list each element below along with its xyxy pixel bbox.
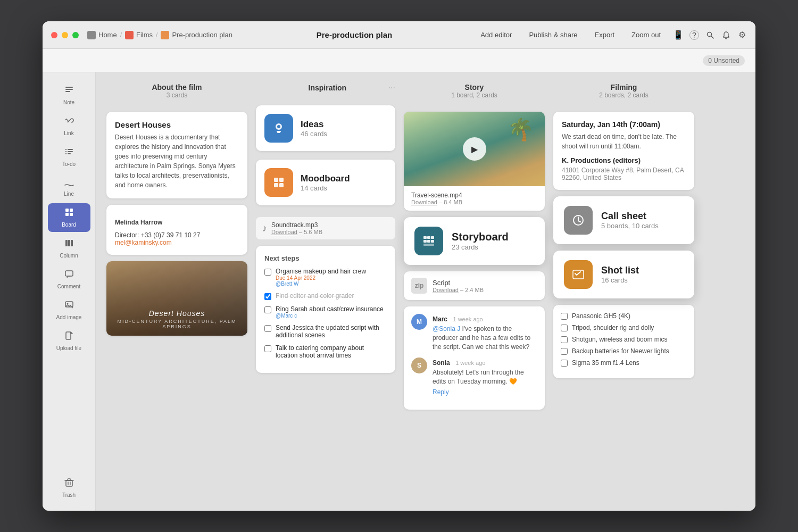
soundtrack-download[interactable]: Download – 5.6 MB: [271, 229, 322, 235]
sidebar-item-add-image[interactable]: Add image: [48, 296, 90, 325]
fullscreen-button[interactable]: [72, 32, 79, 38]
check-0[interactable]: [561, 313, 568, 320]
sidebar-label-column: Column: [60, 253, 78, 259]
sidebar-item-note[interactable]: Note: [48, 81, 90, 110]
check-2[interactable]: [561, 336, 568, 343]
video-download[interactable]: Download – 8.4 MB: [411, 199, 537, 205]
sidebar-item-column[interactable]: Column: [48, 234, 90, 263]
column-about-header: About the film 3 cards: [106, 83, 247, 99]
trash-icon: [64, 478, 74, 490]
contact-email[interactable]: mel@kaminsky.com: [115, 239, 239, 246]
play-button[interactable]: ▶: [463, 137, 486, 161]
titlebar: Home / Films / Pre-production plan Pre-p…: [43, 21, 755, 49]
callsheet-count: 5 boards, 10 cards: [601, 222, 659, 230]
column-about: About the film 3 cards Desert Houses Des…: [106, 83, 247, 500]
board-card-moodboard[interactable]: Moodboard 14 cards: [256, 160, 395, 205]
add-image-icon: [64, 300, 74, 312]
svg-rect-16: [68, 240, 70, 246]
todo-checkbox-1[interactable]: [264, 293, 271, 300]
svg-rect-2: [65, 87, 73, 88]
moodboard-count: 14 cards: [301, 184, 350, 192]
breadcrumb-sep-1: /: [120, 31, 122, 39]
breadcrumb-plan[interactable]: Pre-production plan: [161, 31, 232, 39]
search-icon[interactable]: [705, 30, 715, 40]
sidebar-label-upload-file: Upload file: [56, 345, 81, 351]
script-name: Script: [433, 279, 484, 287]
todo-checkbox-3[interactable]: [264, 325, 271, 332]
export-button[interactable]: Export: [591, 29, 619, 41]
check-1[interactable]: [561, 325, 568, 331]
todo-text-2: Ring Sarah about cast/crew insurance @Ma…: [276, 305, 384, 319]
reply-button[interactable]: Reply: [433, 388, 537, 396]
column-filming: Filming 2 boards, 2 cards Saturday, Jan …: [553, 83, 694, 500]
breadcrumb-home[interactable]: Home: [87, 31, 117, 39]
close-button[interactable]: [51, 32, 57, 38]
minimize-button[interactable]: [62, 32, 68, 38]
sidebar-item-line[interactable]: Line: [48, 173, 90, 201]
page-title: Pre-production plan: [232, 30, 476, 39]
board-card-storyboard[interactable]: Storyboard 23 cards: [404, 217, 545, 265]
comment-sonia: S Sonia 1 week ago Absolutely! Let's run…: [411, 358, 537, 396]
breadcrumb-films[interactable]: Films: [125, 31, 153, 39]
desert-houses-image: Desert Houses MID-CENTURY ARCHITECTURE, …: [106, 261, 247, 336]
check-4[interactable]: [561, 360, 568, 367]
sidebar-item-todo[interactable]: To-do: [48, 143, 90, 171]
breadcrumb-sep-2: /: [156, 31, 157, 39]
todo-checkbox-4[interactable]: [264, 345, 271, 352]
column-filming-header: Filming 2 boards, 2 cards: [553, 83, 694, 99]
svg-rect-15: [65, 240, 68, 246]
callsheet-icon: [564, 206, 593, 235]
sidebar-item-upload-file[interactable]: Upload file: [48, 327, 90, 355]
sidebar-item-comment[interactable]: Comment: [48, 265, 90, 294]
sidebar-label-add-image: Add image: [56, 314, 82, 320]
check-3[interactable]: [561, 348, 568, 355]
zoom-out-button[interactable]: Zoom out: [627, 29, 665, 41]
board-card-ideas[interactable]: Ideas 46 cards: [256, 105, 395, 151]
svg-rect-6: [68, 149, 73, 150]
add-editor-button[interactable]: Add editor: [476, 29, 516, 41]
sidebar-item-trash[interactable]: Trash: [48, 473, 90, 502]
inspiration-more-icon[interactable]: ···: [388, 83, 395, 93]
todo-item-1: Find editor and color grader: [264, 292, 387, 300]
svg-rect-13: [65, 213, 69, 216]
ideas-count: 46 cards: [301, 130, 327, 138]
sidebar-label-note: Note: [63, 99, 74, 105]
card-desert-houses-image: Desert Houses MID-CENTURY ARCHITECTURE, …: [106, 261, 247, 336]
svg-rect-36: [431, 240, 434, 243]
soundtrack-file: ♪ Soundtrack.mp3 Download – 5.6 MB: [256, 217, 395, 239]
sonia-avatar: S: [411, 358, 427, 373]
settings-icon[interactable]: ⚙: [737, 30, 747, 40]
publish-share-button[interactable]: Publish & share: [525, 29, 581, 41]
notifications-icon[interactable]: [721, 30, 731, 40]
marc-time: 1 week ago: [453, 316, 483, 322]
moodboard-name: Moodboard: [301, 173, 350, 184]
marc-comment-body: Marc 1 week ago @Sonia J I've spoken to …: [433, 314, 537, 351]
desert-houses-text: Desert Houses is a documentary that expl…: [115, 132, 239, 190]
sidebar-item-link[interactable]: Link: [48, 112, 90, 140]
script-download[interactable]: Download – 2.4 MB: [433, 287, 484, 293]
todo-item-2: Ring Sarah about cast/crew insurance @Ma…: [264, 305, 387, 319]
soundtrack-info: Soundtrack.mp3 Download – 5.6 MB: [271, 221, 322, 235]
board-card-callsheet[interactable]: Call sheet 5 boards, 10 cards: [553, 196, 694, 244]
comment-icon: [64, 269, 74, 281]
svg-rect-21: [66, 332, 71, 339]
svg-point-20: [66, 303, 68, 305]
todo-checkbox-0[interactable]: [264, 269, 271, 276]
board-card-shotlist[interactable]: Shot list 16 cards: [553, 251, 694, 298]
sidebar-item-board[interactable]: Board: [48, 203, 90, 232]
column-about-subtitle: 3 cards: [106, 92, 247, 99]
music-icon: ♪: [262, 223, 267, 234]
todo-text-3: Send Jessica the updated script with add…: [276, 324, 387, 339]
todo-checkbox-2[interactable]: [264, 306, 271, 313]
filming-date: Saturday, Jan 14th (7:00am): [562, 120, 686, 129]
column-inspiration-title: Inspiration: [267, 84, 388, 92]
comment-marc: M Marc 1 week ago @Sonia J I've spoken t…: [411, 314, 537, 351]
device-icon[interactable]: 📱: [674, 30, 683, 40]
check-item-3: Backup batteries for Neewer lights: [561, 347, 687, 355]
help-icon[interactable]: ?: [689, 30, 699, 40]
contact-role: Director: +33 (0)7 39 71 10 27: [115, 231, 239, 239]
marc-text: @Sonia J I've spoken to the producer and…: [433, 325, 537, 351]
svg-rect-3: [65, 89, 73, 90]
contact-name: Melinda Harrow: [115, 219, 239, 226]
column-icon: [64, 238, 74, 251]
